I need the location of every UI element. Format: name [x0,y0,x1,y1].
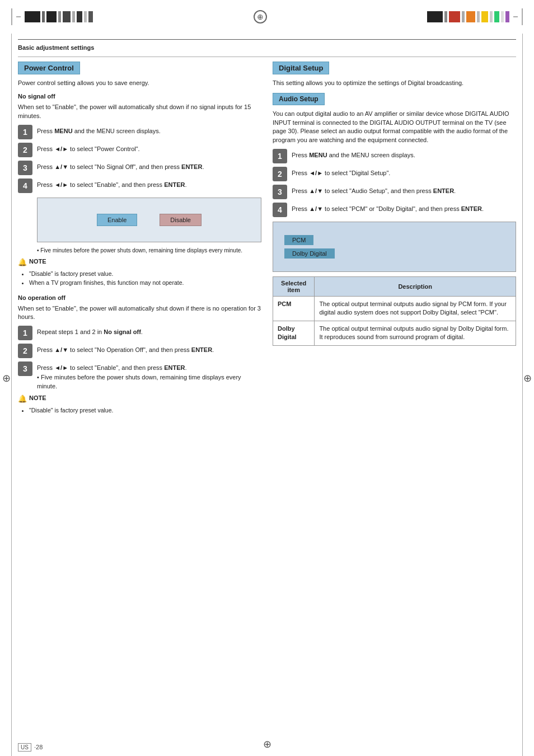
rpattern-red [449,11,460,22]
note-item-1: "Disable" is factory preset value. [29,270,261,279]
us-badge: US [18,743,31,752]
power-step-4-num: 4 [18,179,32,193]
audio-setup-title: Audio Setup [279,95,318,103]
audio-step-3-num: 3 [273,185,287,199]
pattern-dark-4 [77,11,82,22]
pcm-option: PCM [284,235,313,245]
no-op-step-1-text: Repeat steps 1 and 2 in No signal off. [37,326,143,337]
pattern-dark-2 [46,11,57,22]
rpattern-gray-4 [490,11,493,22]
no-op-step-1-num: 1 [18,326,32,340]
no-op-step-2-num: 2 [18,344,32,358]
vline-left [11,34,12,756]
no-op-step-3-num: 3 [18,361,32,376]
power-step-2-text: Press ◄/► to select "Power Control". [37,143,140,154]
power-control-column: Power Control Power control setting allo… [18,62,261,415]
no-op-step-3: 3 Press ◄/► to select "Enable", and then… [18,361,261,391]
pattern-light-1 [72,11,75,22]
power-step-4: 4 Press ◄/► to select "Enable", and then… [18,179,261,193]
no-op-note-item-1: "Disable" is factory preset value. [29,406,261,415]
pattern-dark-3 [63,11,71,22]
page-num-text: ·28 [34,744,43,750]
note-icon-1: 🔔 [18,258,27,266]
no-signal-note-box: 🔔 NOTE [18,258,261,266]
rpattern-gray-3 [477,11,480,22]
rpattern-gray-1 [444,11,447,22]
note-item-2: When a TV program finishes, this functio… [29,279,261,288]
power-control-desc: Power control setting allows you to save… [18,79,261,87]
no-operation-off-desc: When set to "Enable", the power will aut… [18,304,261,322]
digital-screen-mockup: PCM Dolby Digital [273,222,516,272]
audio-step-4: 4 Press ▲/▼ to select "PCM" or "Dolby Di… [273,203,516,217]
table-row-pcm: PCM The optical output terminal outputs … [273,296,516,321]
left-hline [16,16,21,17]
digital-setup-column: Digital Setup This setting allows you to… [273,62,516,415]
pattern-dark-1 [25,11,40,22]
no-op-step-2: 2 Press ▲/▼ to select "No Operation Off"… [18,344,261,358]
power-step-2: 2 Press ◄/► to select "Power Control". [18,143,261,157]
top-bar-center: ⊕ [93,10,427,24]
right-vline-top [522,8,523,25]
pattern-gray-2 [58,11,61,22]
no-signal-off-desc: When set to "Enable", the power will aut… [18,103,261,120]
top-bar: ⊕ [0,0,534,34]
audio-setup-desc: You can output digital audio to an AV am… [273,110,516,144]
two-column-layout: Power Control Power control setting allo… [18,62,516,415]
audio-setup-title-box: Audio Setup [273,93,325,105]
digital-setup-title-box: Digital Setup [273,62,329,74]
left-vline-top [11,8,12,25]
rpattern-purple [505,11,509,22]
rpattern-green [494,11,499,22]
section-title: Basic adjustment settings [18,44,516,51]
top-bar-right-pattern [427,8,523,25]
top-separator [18,39,516,40]
main-content: Basic adjustment settings Power Control … [18,39,516,734]
dolby-digital-option: Dolby Digital [284,248,335,259]
pattern-dark-5 [88,11,93,22]
power-step-1: 1 Press MENU and the MENU screen display… [18,125,261,139]
no-op-step-1: 1 Repeat steps 1 and 2 in No signal off. [18,326,261,340]
note-label-2: NOTE [29,395,46,401]
power-step-2-num: 2 [18,143,32,157]
rpattern-gray-5 [501,11,504,22]
audio-step-2-text: Press ◄/► to select "Digital Setup". [292,167,390,178]
audio-step-1: 1 Press MENU and the MENU screen display… [273,149,516,163]
no-signal-note-list: "Disable" is factory preset value. When … [29,270,261,288]
audio-desc-table: Selected item Description PCM The optica… [273,276,516,346]
right-hline [513,16,518,17]
audio-step-3-text: Press ▲/▼ to select "Audio Setup", and t… [292,185,456,196]
power-step-3-text: Press ▲/▼ to select "No Signal Off", and… [37,161,204,172]
right-crosshair-icon: ⊕ [523,372,532,384]
audio-step-2: 2 Press ◄/► to select "Digital Setup". [273,167,516,181]
table-row-dolby: Dolby Digital The optical output termina… [273,321,516,345]
disable-button: Disable [160,214,202,226]
table-cell-dolby-item: Dolby Digital [273,321,315,345]
digital-setup-desc: This setting allows you to optimize the … [273,79,516,87]
no-signal-bullet: • Five minutes before the power shuts do… [37,247,261,255]
rpattern-orange [466,11,475,22]
power-step-1-text: Press MENU and the MENU screen displays. [37,125,161,136]
no-signal-off-heading: No signal off [18,93,261,100]
vline-right [522,34,523,756]
audio-step-3: 3 Press ▲/▼ to select "Audio Setup", and… [273,185,516,199]
rpattern-gray-2 [462,11,465,22]
power-step-3: 3 Press ▲/▼ to select "No Signal Off", a… [18,161,261,175]
no-op-note-list: "Disable" is factory preset value. [29,406,261,415]
enable-button: Enable [97,214,137,226]
table-cell-pcm-desc: The optical output terminal outputs audi… [315,296,516,321]
page-number: US ·28 [18,744,43,750]
pattern-gray-1 [42,11,45,22]
power-control-title-box: Power Control [18,62,80,74]
no-op-step-2-text: Press ▲/▼ to select "No Operation Off", … [37,344,214,355]
audio-step-4-text: Press ▲/▼ to select "PCM" or "Dolby Digi… [292,203,484,214]
audio-step-1-num: 1 [273,149,287,163]
no-op-note-box: 🔔 NOTE [18,395,261,403]
pattern-light-2 [84,11,87,22]
note-icon-2: 🔔 [18,395,27,403]
section-separator [18,57,516,57]
left-crosshair-icon: ⊕ [2,372,11,384]
power-step-4-text: Press ◄/► to select "Enable", and then p… [37,179,186,190]
power-step-1-num: 1 [18,125,32,139]
power-screen-mockup: Enable Disable [37,198,261,242]
audio-step-4-num: 4 [273,203,287,217]
